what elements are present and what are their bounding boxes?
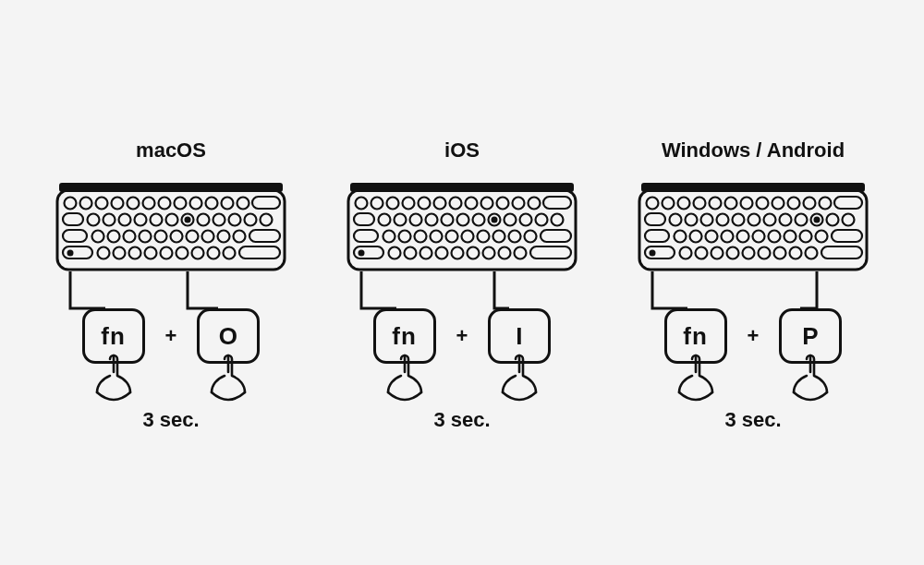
svg-point-97: [436, 247, 448, 259]
svg-point-137: [706, 231, 718, 243]
svg-point-18: [119, 214, 131, 226]
svg-point-10: [190, 198, 202, 210]
key-label: fn: [101, 322, 126, 351]
connector-lines: [55, 271, 286, 308]
svg-point-44: [145, 247, 157, 259]
svg-point-55: [356, 198, 368, 210]
svg-point-119: [820, 198, 832, 210]
svg-point-63: [481, 198, 493, 210]
svg-point-60: [434, 198, 446, 210]
svg-point-109: [663, 198, 675, 210]
key-label: O: [219, 322, 238, 351]
press-hand-icon: [88, 352, 140, 403]
svg-rect-14: [252, 197, 280, 209]
svg-point-66: [529, 198, 541, 210]
svg-point-59: [419, 198, 431, 210]
svg-point-139: [737, 231, 749, 243]
svg-point-142: [784, 231, 796, 243]
svg-point-32: [140, 231, 152, 243]
svg-point-17: [103, 214, 116, 226]
svg-point-41: [98, 247, 110, 259]
svg-rect-15: [63, 213, 83, 225]
svg-point-116: [772, 198, 784, 210]
svg-point-154: [790, 247, 802, 259]
svg-rect-121: [645, 213, 665, 225]
svg-point-42: [114, 247, 126, 259]
press-hand-icon: [670, 352, 722, 403]
svg-rect-156: [821, 246, 862, 258]
svg-point-108: [647, 198, 659, 210]
svg-rect-145: [832, 230, 862, 242]
panel-windows-android: Windows / Android: [628, 138, 878, 432]
svg-point-155: [806, 247, 818, 259]
keyboard-illustration: [346, 183, 578, 271]
key-fn: fn: [82, 308, 145, 364]
svg-point-101: [499, 247, 511, 259]
svg-point-52: [185, 217, 191, 223]
svg-point-30: [108, 231, 120, 243]
svg-point-13: [237, 198, 249, 210]
svg-point-153: [774, 247, 786, 259]
svg-point-115: [757, 198, 769, 210]
svg-point-72: [426, 214, 438, 226]
svg-point-57: [387, 198, 399, 210]
key-fn: fn: [373, 308, 436, 364]
svg-point-3: [80, 198, 92, 210]
svg-point-29: [92, 231, 104, 243]
svg-point-100: [483, 247, 495, 259]
key-label: fn: [683, 322, 708, 351]
svg-point-125: [717, 214, 729, 226]
svg-point-5: [112, 198, 124, 210]
svg-point-117: [788, 198, 800, 210]
svg-point-86: [446, 231, 458, 243]
svg-point-89: [493, 231, 505, 243]
svg-point-91: [525, 231, 537, 243]
svg-rect-68: [354, 213, 374, 225]
svg-point-95: [405, 247, 417, 259]
svg-point-148: [696, 247, 708, 259]
svg-point-73: [442, 214, 454, 226]
svg-point-21: [166, 214, 178, 226]
svg-point-127: [748, 214, 760, 226]
svg-point-64: [497, 198, 509, 210]
svg-point-12: [222, 198, 234, 210]
svg-point-70: [395, 214, 407, 226]
os-label: macOS: [136, 138, 206, 162]
svg-point-122: [670, 214, 682, 226]
duration-label: 3 sec.: [433, 408, 490, 432]
svg-point-62: [466, 198, 478, 210]
svg-point-128: [764, 214, 776, 226]
key-label: fn: [392, 322, 417, 351]
svg-point-11: [206, 198, 218, 210]
svg-point-102: [515, 247, 527, 259]
svg-point-83: [399, 231, 411, 243]
svg-point-46: [176, 247, 188, 259]
svg-point-132: [827, 214, 839, 226]
svg-point-31: [124, 231, 136, 243]
svg-rect-28: [63, 230, 87, 242]
svg-point-112: [710, 198, 722, 210]
press-hand-icon: [202, 352, 254, 403]
press-hand-icon: [379, 352, 431, 403]
svg-point-7: [143, 198, 155, 210]
os-label: Windows / Android: [662, 138, 845, 162]
svg-point-118: [804, 198, 816, 210]
svg-point-19: [135, 214, 147, 226]
instruction-row: macOS: [0, 0, 924, 432]
svg-rect-50: [239, 246, 280, 258]
svg-rect-39: [249, 230, 280, 242]
svg-point-71: [410, 214, 422, 226]
svg-point-87: [462, 231, 474, 243]
svg-point-6: [128, 198, 140, 210]
press-hand-icon: [784, 352, 836, 403]
svg-point-105: [492, 217, 498, 223]
svg-point-84: [415, 231, 427, 243]
svg-point-111: [694, 198, 706, 210]
svg-point-65: [513, 198, 525, 210]
svg-point-135: [675, 231, 687, 243]
svg-rect-103: [530, 246, 571, 258]
svg-point-141: [769, 231, 781, 243]
svg-point-99: [468, 247, 480, 259]
key-label: I: [516, 322, 523, 351]
svg-point-58: [403, 198, 415, 210]
